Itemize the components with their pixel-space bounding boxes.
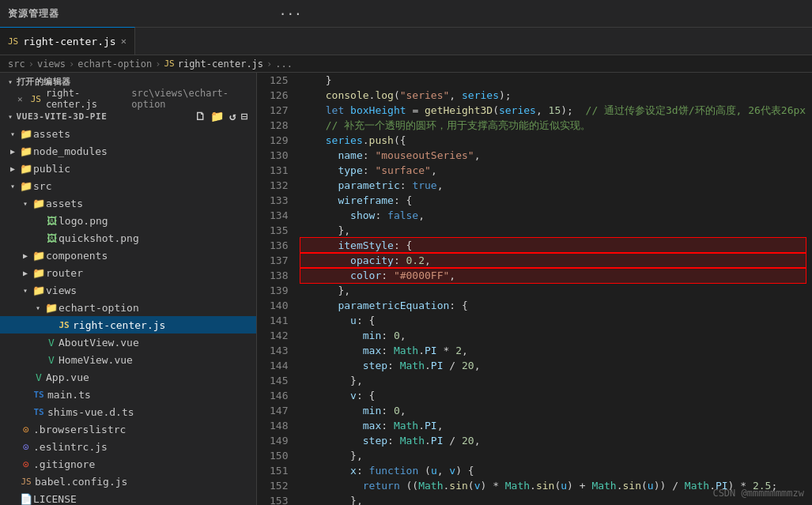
breadcrumb-sep1: › — [28, 58, 34, 70]
tree-item-app-vue[interactable]: V App.vue — [0, 368, 256, 386]
tree-item-views[interactable]: ▾ 📁 views — [0, 281, 256, 299]
breadcrumb-src[interactable]: src — [8, 58, 25, 70]
code-line-147: min: 0, — [300, 403, 806, 418]
open-editor-item[interactable]: ✕ JS right-center.js src\views\echart-op… — [0, 90, 256, 107]
tree-label-browserslistrc: .browserslistrc — [33, 424, 126, 435]
tab-bar: JS right-center.js ✕ — [0, 28, 812, 55]
folder-icon-assets-src: 📁 — [32, 198, 46, 209]
tree-label-components: components — [46, 250, 108, 262]
tree-item-echart-option[interactable]: ▾ 📁 echart-option — [0, 299, 256, 316]
tree-label-assets-root: assets — [33, 128, 70, 140]
tree-item-home-view[interactable]: V HomeView.vue — [0, 351, 256, 368]
tree-item-assets-root[interactable]: ▾ 📁 assets — [0, 125, 256, 142]
breadcrumb-file[interactable]: right-center.js — [178, 58, 263, 70]
code-line-143: max: Math.PI * 2, — [300, 343, 806, 358]
tree-item-main-ts[interactable]: TS main.ts — [0, 386, 256, 403]
breadcrumb-echart[interactable]: echart-option — [77, 58, 152, 70]
file-icon-home-view: V — [44, 354, 59, 366]
tree-label-license: LICENSE — [33, 493, 77, 505]
file-icon-license: 📄 — [19, 493, 33, 505]
tree-label-views: views — [46, 285, 77, 296]
code-line-127: let boxHeight = getHeight3D(series, 15);… — [300, 103, 806, 118]
code-line-137: opacity: 0.2, — [300, 253, 806, 268]
tree-item-router[interactable]: ▶ 📁 router — [0, 264, 256, 281]
tree-item-gitignore[interactable]: ⊙ .gitignore — [0, 455, 256, 473]
tree-item-babel[interactable]: JS babel.config.js — [0, 473, 256, 490]
file-icon-eslintrc: ⊙ — [19, 441, 33, 453]
folder-icon-assets-root: 📁 — [19, 128, 33, 140]
breadcrumb-js-icon: JS — [164, 58, 174, 69]
code-line-149: step: Math.PI / 20, — [300, 433, 806, 448]
new-file-icon[interactable]: 🗋 — [195, 110, 206, 122]
tree-item-shims[interactable]: TS shims-vue.d.ts — [0, 403, 256, 420]
code-line-134: show: false, — [300, 208, 806, 223]
collapse-icon[interactable]: ⊟ — [241, 110, 248, 122]
tree-item-license[interactable]: 📄 LICENSE — [0, 490, 256, 505]
tree-item-browserslistrc[interactable]: ⊙ .browserslistrc — [0, 420, 256, 438]
tab-close-button[interactable]: ✕ — [121, 36, 127, 47]
line-numbers: 125 126 127 128 129 130 131 132 133 134 … — [257, 73, 300, 505]
file-icon-logo: 🖼 — [44, 215, 59, 227]
section-project[interactable]: ▾ VUE3-VITE-3D-PIE 🗋 📁 ↺ ⊟ — [0, 107, 256, 125]
tree-item-about-view[interactable]: V AboutView.vue — [0, 334, 256, 351]
folder-icon-components: 📁 — [32, 250, 46, 262]
explorer-title: 资源管理器 — [8, 7, 59, 21]
tree-label-main-ts: main.ts — [47, 389, 91, 401]
refresh-icon[interactable]: ↺ — [229, 110, 236, 122]
chevron-assets-root: ▾ — [6, 130, 19, 138]
tree-label-assets-src: assets — [46, 198, 83, 209]
folder-icon-router: 📁 — [32, 267, 46, 279]
tree-item-assets-src[interactable]: ▾ 📁 assets — [0, 194, 256, 212]
tree-label-app-vue: App.vue — [46, 371, 89, 383]
chevron-components: ▶ — [19, 251, 32, 260]
tree-label-right-center: right-center.js — [73, 319, 165, 331]
file-icon-app-vue: V — [32, 371, 46, 383]
chevron-public: ▶ — [6, 164, 19, 173]
code-line-125: } — [300, 73, 806, 88]
breadcrumb: src › views › echart-option › JS right-c… — [0, 55, 812, 73]
editor[interactable]: 125 126 127 128 129 130 131 132 133 134 … — [257, 73, 812, 505]
tab-file-icon: JS — [8, 36, 18, 47]
tree-label-router: router — [46, 267, 83, 279]
folder-icon-public: 📁 — [19, 163, 33, 175]
file-icon-quickshot: 🖼 — [44, 232, 59, 244]
open-editor-icon: JS — [31, 94, 41, 104]
code-line-150: }, — [300, 448, 806, 463]
tree-item-node-modules[interactable]: ▶ 📁 node_modules — [0, 142, 256, 160]
tree-item-eslintrc[interactable]: ⊙ .eslintrc.js — [0, 438, 256, 455]
code-line-132: parametric: true, — [300, 178, 806, 193]
chevron-echart-option: ▾ — [32, 303, 44, 312]
open-editor-close[interactable]: ✕ — [17, 94, 23, 104]
folder-icon-views: 📁 — [32, 285, 46, 296]
breadcrumb-dots: ... — [275, 58, 293, 70]
tree-item-quickshot[interactable]: 🖼 quickshot.png — [0, 229, 256, 247]
tree-label-node-modules: node_modules — [33, 145, 108, 157]
tree-label-home-view: HomeView.vue — [59, 354, 133, 366]
folder-icon-echart-option: 📁 — [44, 302, 59, 314]
section-label-editors: 打开的编辑器 — [17, 76, 71, 88]
tree-item-logo[interactable]: 🖼 logo.png — [0, 212, 256, 229]
tree-label-logo: logo.png — [59, 215, 108, 227]
tree-item-right-center[interactable]: JS right-center.js — [0, 316, 256, 334]
tree-item-components[interactable]: ▶ 📁 components — [0, 247, 256, 264]
tab-right-center[interactable]: JS right-center.js ✕ — [0, 27, 135, 55]
file-icon-about-view: V — [44, 337, 59, 349]
section-label-project: VUE3-VITE-3D-PIE — [17, 111, 108, 122]
tree-label-src: src — [33, 180, 51, 192]
tree-label-eslintrc: .eslintrc.js — [33, 441, 108, 453]
tab-label: right-center.js — [23, 36, 115, 47]
code-line-145: }, — [300, 373, 806, 388]
file-icon-main-ts: TS — [32, 390, 46, 400]
tree-label-public: public — [33, 163, 70, 175]
code-line-133: wireframe: { — [300, 193, 806, 208]
explorer-menu[interactable]: ··· — [279, 6, 302, 21]
file-icon-shims: TS — [32, 407, 46, 417]
tree-item-public[interactable]: ▶ 📁 public — [0, 160, 256, 177]
file-icon-gitignore: ⊙ — [19, 458, 33, 470]
tree-label-about-view: AboutView.vue — [59, 337, 139, 349]
code-line-129: series.push({ — [300, 133, 806, 148]
breadcrumb-views[interactable]: views — [37, 58, 66, 70]
new-folder-icon[interactable]: 📁 — [210, 110, 225, 122]
tree-item-src[interactable]: ▾ 📁 src — [0, 177, 256, 194]
breadcrumb-sep4: › — [266, 58, 272, 70]
